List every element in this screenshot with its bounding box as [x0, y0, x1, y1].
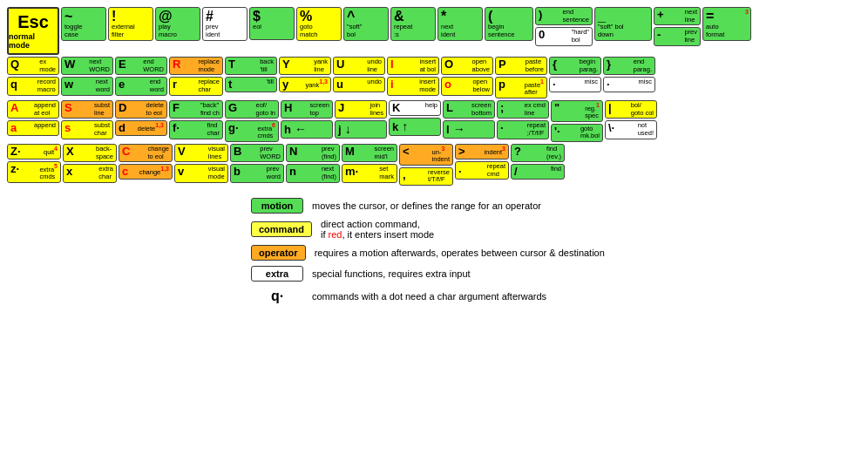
key-k[interactable]: k ↑ — [389, 118, 441, 136]
key-semicolon[interactable]: ; ex cmdline — [497, 100, 549, 119]
row-asdf: A appendat eol a append S substline — [7, 100, 861, 142]
esc-key[interactable]: Esc normal mode — [7, 7, 59, 55]
key-a[interactable]: a append — [7, 120, 59, 136]
key-plus[interactable]: + nextline — [654, 7, 701, 25]
key-o[interactable]: o openbelow — [441, 77, 493, 95]
key-r[interactable]: r replacechar — [169, 77, 223, 95]
key-z[interactable]: z· extra5cmds — [7, 161, 61, 183]
key-d[interactable]: d delete1,3 — [115, 120, 167, 136]
key-hash[interactable]: # prevident — [202, 7, 248, 41]
key-K[interactable]: K help — [389, 100, 441, 116]
key-excl[interactable]: ! externalfilter — [108, 7, 153, 41]
key-t-group: T back'till t 'till — [225, 57, 277, 92]
key-percent[interactable]: % gotomatch — [296, 7, 342, 41]
key-plusminus-group: + nextline - prevline — [654, 7, 701, 46]
key-dollar[interactable]: $ eol — [249, 7, 295, 40]
key-dot-misc[interactable]: · misc — [549, 77, 601, 92]
key-question[interactable]: ? find(rev.) — [511, 144, 565, 162]
key-u[interactable]: u undo — [333, 77, 385, 92]
key-j[interactable]: j ↓ — [335, 120, 387, 139]
key-I[interactable]: I insertat bol — [387, 57, 439, 75]
key-H[interactable]: H screentop — [281, 100, 333, 119]
key-tilde[interactable]: ~ togglecase — [61, 7, 106, 41]
legend-badge-dot: q· — [251, 287, 303, 306]
key-M[interactable]: M screenmid'l — [342, 144, 397, 162]
key-O[interactable]: O openabove — [441, 57, 493, 75]
key-minus[interactable]: - prevline — [654, 27, 701, 45]
key-P[interactable]: P pastebefore — [495, 57, 547, 75]
key-lbrace[interactable]: { beginparag. — [549, 57, 601, 75]
key-w[interactable]: w nextword — [61, 77, 113, 95]
key-bar[interactable]: | bol/goto col — [605, 100, 657, 119]
key-F[interactable]: F "back"find ch — [169, 100, 223, 119]
key-x[interactable]: x extrachar — [63, 164, 117, 182]
key-b[interactable]: b prevword — [230, 164, 284, 182]
key-y[interactable]: y yank1,3 — [279, 77, 331, 92]
key-g[interactable]: g· extra6cmds — [225, 120, 279, 142]
key-slash[interactable]: / find — [511, 164, 565, 180]
key-underscore[interactable]: _ "soft" boldown — [594, 7, 652, 41]
key-backslash[interactable]: \· notused! — [605, 120, 657, 139]
key-lparen[interactable]: ( beginsentence — [485, 7, 533, 41]
key-S[interactable]: S substline — [61, 100, 113, 119]
key-comma[interactable]: , reverset/T/f/F — [399, 167, 453, 186]
legend-text-operator: requires a motion afterwards, operates b… — [315, 248, 605, 258]
key-Y[interactable]: Y yankline — [279, 57, 331, 75]
key-rbrace[interactable]: } endparag. — [603, 57, 655, 75]
key-U[interactable]: U undoline — [333, 57, 385, 75]
key-R[interactable]: R replacemode — [169, 57, 223, 75]
key-z-group: Z· quit4 z· extra5cmds — [7, 144, 61, 183]
key-D[interactable]: D deleteto eol — [115, 100, 167, 119]
key-l[interactable]: l → — [443, 120, 495, 139]
key-V[interactable]: V visuallines — [174, 144, 228, 162]
key-0[interactable]: 0 "hard"bol — [535, 27, 593, 45]
key-squote[interactable]: '· gotomk.bol — [551, 124, 603, 142]
key-f[interactable]: f· findchar — [169, 120, 223, 139]
key-N[interactable]: N prev(find) — [286, 144, 340, 162]
key-s[interactable]: s substchar — [61, 120, 113, 139]
key-q[interactable]: q recordmacro — [7, 77, 59, 95]
key-p[interactable]: p paste1after — [495, 77, 547, 98]
key-i[interactable]: i insertmode — [387, 77, 439, 95]
key-G[interactable]: G eof/goto ln — [225, 100, 279, 119]
key-amp[interactable]: & repeat:s — [390, 7, 436, 41]
key-B[interactable]: B prevWORD — [230, 144, 284, 162]
key-gt[interactable]: > indent3 — [455, 144, 509, 159]
key-star[interactable]: * nextident — [437, 7, 483, 41]
key-caret[interactable]: ^ "soft"bol — [343, 7, 389, 41]
key-c[interactable]: c change1,3 — [119, 164, 173, 180]
key-E[interactable]: E endWORD — [115, 57, 167, 75]
key-C[interactable]: C changeto eol — [119, 144, 173, 162]
key-w-group: W nextWORD w nextword — [61, 57, 113, 96]
key-A[interactable]: A appendat eol — [7, 100, 59, 119]
key-at[interactable]: @ playmacro — [155, 7, 200, 41]
key-colon[interactable]: · repeat;/T/f/F — [497, 120, 549, 139]
legend-command: command direct action command,if red, it… — [251, 219, 861, 240]
key-s-group: S substline s substchar — [61, 100, 113, 139]
key-j-group: J joinlines j ↓ — [335, 100, 387, 139]
key-T[interactable]: T back'till — [225, 57, 277, 75]
key-Z[interactable]: Z· quit4 — [7, 144, 61, 159]
key-X[interactable]: X back-space — [63, 144, 117, 162]
key-period[interactable]: . repeatcmd — [455, 161, 509, 180]
key-dquote[interactable]: " reg.1spec — [551, 100, 603, 122]
key-m[interactable]: m· setmark — [342, 164, 397, 182]
key-rparen[interactable]: ) endsentence — [535, 7, 593, 25]
key-gt-group: > indent3 . repeatcmd — [455, 144, 509, 180]
key-t[interactable]: t 'till — [225, 77, 277, 92]
key-W[interactable]: W nextWORD — [61, 57, 113, 75]
key-Q[interactable]: Q exmode — [7, 57, 59, 75]
key-n[interactable]: n next(find) — [286, 164, 340, 182]
key-h[interactable]: h ← — [281, 120, 333, 139]
key-l-group: L screenbottom l → — [443, 100, 495, 139]
legend-badge-extra: extra — [251, 266, 303, 282]
key-e[interactable]: e endword — [115, 77, 167, 95]
key-L[interactable]: L screenbottom — [443, 100, 495, 119]
key-u-group: U undoline u undo — [333, 57, 385, 92]
key-v[interactable]: v visualmode — [174, 164, 228, 182]
key-equals[interactable]: 3 = autoformat — [702, 7, 751, 41]
key-J[interactable]: J joinlines — [335, 100, 387, 119]
key-question-group: ? find(rev.) / find — [511, 144, 565, 180]
key-lt[interactable]: < un-3indent — [399, 144, 453, 166]
key-dot-misc2[interactable]: · misc — [603, 77, 655, 92]
